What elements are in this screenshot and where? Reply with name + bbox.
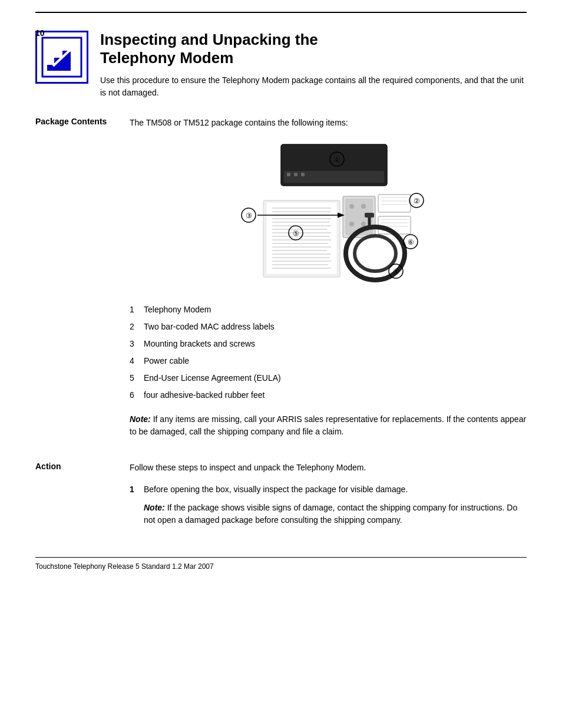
product-image-container: ① — [130, 139, 527, 292]
package-contents-section: Package Contents The TM508 or TM512 pack… — [35, 117, 527, 450]
package-note: Note: If any items are missing, call you… — [130, 413, 527, 438]
list-item: 2 Two bar-coded MAC address labels — [130, 321, 527, 333]
svg-point-37 — [349, 222, 354, 226]
svg-text:③: ③ — [246, 212, 252, 220]
header-section: Inspecting and Unpacking the Telephony M… — [35, 31, 527, 99]
package-right-content: The TM508 or TM512 package contains the … — [130, 117, 527, 450]
step-note-text: If the package shows visible signs of da… — [144, 503, 517, 525]
svg-rect-55 — [365, 213, 374, 218]
action-label: Action — [35, 462, 130, 533]
list-item: 6 four adhesive-backed rubber feet — [130, 389, 527, 401]
action-section: Action Follow these steps to inspect and… — [35, 462, 527, 533]
action-content: Follow these steps to inspect and unpack… — [130, 462, 527, 533]
page-container: 10 Inspecting and Unpacking the Telephon… — [0, 12, 562, 728]
title-area: Inspecting and Unpacking the Telephony M… — [100, 31, 527, 99]
package-label: Package Contents — [35, 117, 130, 450]
svg-rect-8 — [301, 173, 305, 176]
bottom-rule — [35, 557, 527, 558]
svg-point-36 — [361, 204, 366, 209]
subtitle-text: Use this procedure to ensure the Telepho… — [100, 74, 527, 99]
svg-text:⑥: ⑥ — [408, 238, 414, 246]
note-label: Note: — [130, 414, 151, 424]
list-item: 5 End-User License Agreement (EULA) — [130, 372, 527, 384]
package-intro: The TM508 or TM512 package contains the … — [130, 117, 527, 129]
svg-text:②: ② — [414, 197, 420, 205]
list-item: 3 Mounting brackets and screws — [130, 338, 527, 350]
svg-point-35 — [349, 204, 354, 209]
svg-rect-7 — [294, 173, 297, 176]
steps-icon — [41, 37, 82, 78]
svg-rect-12 — [266, 202, 337, 274]
step-item: 1 Before opening the box, visually inspe… — [130, 483, 527, 526]
footer-text: Touchstone Telephony Release 5 Standard … — [35, 562, 527, 571]
svg-text:④: ④ — [393, 268, 399, 276]
list-item: 1 Telephony Modem — [130, 304, 527, 316]
svg-rect-5 — [284, 171, 384, 183]
step-note: Note: If the package shows visible signs… — [144, 502, 527, 526]
step-note-label: Note: — [144, 503, 165, 512]
top-rule — [35, 12, 527, 13]
svg-rect-6 — [287, 173, 290, 176]
action-intro: Follow these steps to inspect and unpack… — [130, 462, 527, 474]
footer: Touchstone Telephony Release 5 Standard … — [35, 562, 527, 571]
section-icon-box — [35, 31, 88, 84]
svg-rect-42 — [378, 195, 411, 212]
note-text: If any items are missing, call your ARRI… — [130, 414, 526, 436]
page-number: 10 — [35, 28, 45, 38]
list-item: 4 Power cable — [130, 355, 527, 367]
svg-text:⑤: ⑤ — [293, 229, 299, 238]
package-diagram: ① — [228, 139, 428, 292]
step-content: Before opening the box, visually inspect… — [144, 483, 527, 526]
numbered-steps: 1 Before opening the box, visually inspe… — [130, 483, 527, 526]
main-title: Inspecting and Unpacking the Telephony M… — [100, 31, 527, 67]
svg-point-38 — [361, 222, 366, 226]
svg-point-53 — [355, 236, 396, 271]
svg-text:①: ① — [334, 156, 340, 164]
item-list: 1 Telephony Modem 2 Two bar-coded MAC ad… — [130, 304, 527, 401]
